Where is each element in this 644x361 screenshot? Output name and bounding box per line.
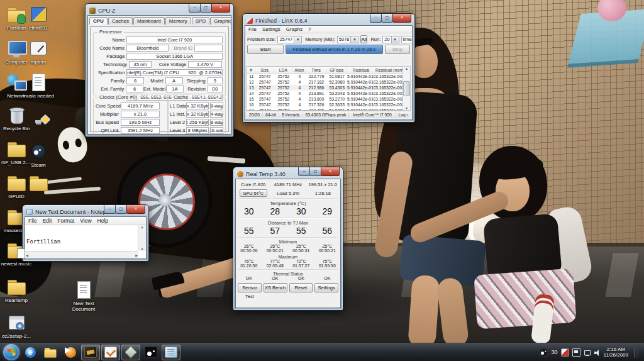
menu-edit[interactable]: Edit [43, 218, 52, 224]
col-header[interactable]: Align [293, 68, 306, 72]
times-select[interactable]: times ▼ [401, 36, 413, 43]
cell: 5.910442e-010 [347, 74, 375, 79]
menu-format[interactable]: Format [57, 218, 74, 224]
menu-graphs[interactable]: Graphs [286, 26, 303, 32]
horizontal-scrollbar[interactable]: ◀ ▶ [25, 251, 138, 258]
close-button[interactable]: × [392, 14, 411, 23]
tab-cpu[interactable]: CPU [89, 17, 108, 25]
gpu-temp-button[interactable]: GPU 54°C [240, 189, 267, 197]
start-button[interactable] [3, 344, 19, 360]
taskbar-realtemp-button[interactable] [121, 345, 140, 360]
menu-help[interactable]: Help [97, 218, 108, 224]
taskbar-clock[interactable]: 2:16 AM 11/26/2009 [604, 347, 628, 358]
tray-steam-icon[interactable] [539, 348, 548, 357]
taskbar-cpuz-button[interactable] [81, 345, 100, 360]
field-label: Bus Speed [96, 119, 121, 125]
log-link[interactable]: Log › [396, 113, 411, 117]
menu-view[interactable]: View [80, 218, 91, 224]
result-row[interactable]: 1625747257524217.32652.36335.910442e-010… [247, 102, 403, 108]
tray-app-icon[interactable] [561, 348, 569, 357]
cell: 25752 [274, 97, 293, 101]
taskbar-ie-icon[interactable]: e [21, 345, 40, 360]
core0-temp: 30 [236, 206, 262, 216]
problem-size-select[interactable]: 25747 ▼ [277, 36, 302, 43]
taskbar-wmp-icon[interactable] [61, 345, 80, 360]
run-select[interactable]: 20 ▼ [382, 36, 399, 43]
close-button[interactable]: × [211, 4, 230, 13]
tab-graphics[interactable]: Graphics [210, 17, 231, 25]
maximize-button[interactable]: ◻ [309, 167, 321, 176]
col-header[interactable]: GFlops [326, 68, 347, 72]
result-row[interactable]: 1325747257524212.98653.43035.910442e-010… [247, 85, 403, 91]
minimize-button[interactable]: – [298, 167, 310, 176]
start-button[interactable]: Start [247, 45, 284, 54]
scroll-thumb[interactable] [403, 81, 410, 96]
thermal-status-label: Thermal Status [236, 272, 340, 276]
shield-icon [28, 5, 49, 24]
col-header[interactable]: Time [306, 68, 327, 72]
col-header[interactable]: LDA [274, 68, 293, 72]
maximize-button[interactable]: ◻ [115, 205, 127, 214]
close-button[interactable]: × [321, 167, 340, 176]
scroll-up-icon[interactable]: ▲ [138, 225, 146, 229]
minimize-button[interactable]: – [189, 4, 201, 13]
result-row[interactable]: 1425747257524213.89153.20435.910442e-010… [247, 91, 403, 96]
desktop-icon-folder2[interactable] [20, 174, 57, 194]
table-scrollbar[interactable]: ▲ ▼ [402, 66, 411, 111]
col-header[interactable]: Residual (norm.) [375, 68, 403, 72]
menu-file[interactable]: File [28, 218, 37, 224]
result-row[interactable]: 1125747257524222.77951.08175.910442e-010… [247, 74, 403, 79]
desktop-icon-display[interactable] [20, 106, 57, 126]
scroll-down-icon[interactable]: ▼ [138, 247, 146, 251]
result-row[interactable]: 1525747257524213.80053.22705.910442e-010… [247, 96, 403, 102]
xs-bench-button[interactable]: XS Bench [264, 283, 287, 292]
taskbar-explorer-icon[interactable] [41, 345, 60, 360]
desktop-icon-cc2setup[interactable]: cc2setup-2... [0, 313, 35, 339]
sensor-test-button[interactable]: Sensor Test [238, 283, 262, 292]
tab-memory[interactable]: Memory [165, 17, 191, 25]
memory-select[interactable]: 5078 ▼ [337, 36, 359, 43]
scroll-up-icon[interactable]: ▲ [405, 67, 408, 70]
taskbar-linx-button[interactable] [101, 345, 120, 360]
maximize-button[interactable]: ◻ [381, 14, 393, 23]
network-icon[interactable] [584, 349, 591, 356]
reset-button[interactable]: Reset [289, 283, 313, 292]
col-header[interactable]: Size [255, 68, 274, 72]
desktop-icon-music-needed[interactable]: music needed [20, 73, 57, 99]
cell: 25747 [255, 103, 274, 107]
maximize-button[interactable]: ◻ [200, 4, 212, 13]
vertical-scrollbar[interactable]: ▲ ▼ [138, 225, 146, 251]
tab-caches[interactable]: Caches [108, 17, 133, 25]
text-line: Fortillian [26, 238, 137, 245]
show-desktop-button[interactable] [634, 347, 639, 358]
stop-button[interactable]: Stop [385, 45, 410, 54]
scroll-right-icon[interactable]: ▶ [135, 253, 138, 257]
settings-button[interactable]: Settings [314, 283, 338, 292]
tab-spd[interactable]: SPD [192, 17, 209, 25]
l1-data-field: 4 x 32 KBytes [186, 103, 209, 109]
col-header[interactable]: Residual [347, 68, 375, 72]
minimize-button[interactable]: – [104, 205, 116, 214]
desktop-icon-steam[interactable]: Steam [20, 142, 57, 168]
menu-file[interactable]: File [248, 26, 257, 32]
desktop-icon-realtemp[interactable]: RealTemp [0, 277, 35, 303]
volume-icon[interactable] [594, 349, 601, 356]
minimize-button[interactable]: – [370, 14, 382, 23]
all-button[interactable]: All [360, 35, 367, 43]
scroll-down-icon[interactable]: ▼ [405, 106, 408, 110]
action-center-icon[interactable] [572, 348, 580, 357]
close-button[interactable]: × [126, 205, 145, 214]
result-row[interactable]: 1225747257524217.18252.39805.910442e-010… [247, 79, 403, 85]
desktop-icon-new-text-document[interactable]: New Text Document [65, 280, 102, 312]
tray-temperature-readout[interactable]: 30 [552, 349, 558, 355]
notepad-text-area[interactable]: Fortillian EVGA Forums 11/26/09 [25, 225, 138, 251]
menu-help[interactable]: ? [308, 26, 311, 32]
tab-mainboard[interactable]: Mainboard [133, 17, 165, 25]
col-header[interactable]: # [247, 68, 255, 72]
taskbar-notepad-button[interactable] [162, 345, 180, 360]
scroll-left-icon[interactable]: ◀ [26, 253, 28, 257]
taskbar-steam-button[interactable] [142, 345, 160, 360]
desktop-icon-mptrim[interactable]: mptrim [20, 39, 57, 65]
maximum-temps: 76°C 77°C 72°C 75°C [236, 259, 340, 264]
menu-settings[interactable]: Settings [262, 26, 280, 32]
